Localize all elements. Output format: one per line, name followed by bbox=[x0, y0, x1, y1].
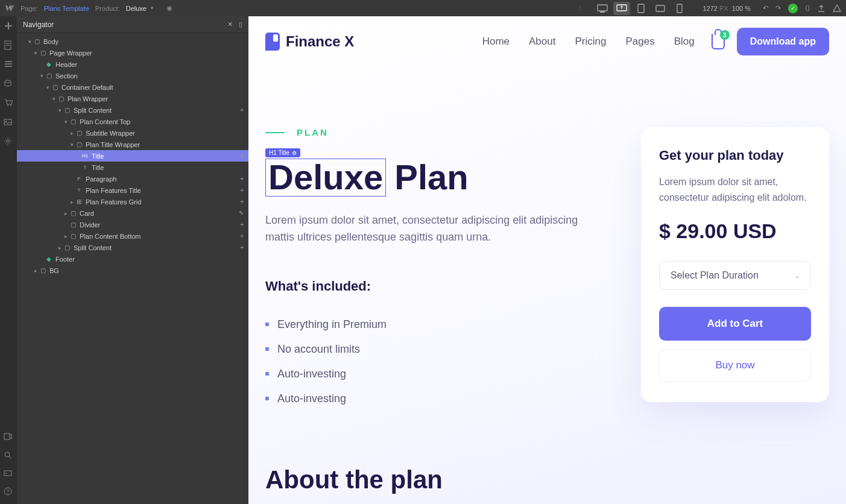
breakpoint-base[interactable] bbox=[613, 2, 630, 15]
canvas-width[interactable]: 1272 bbox=[702, 5, 717, 12]
tree-toggle-icon[interactable]: ▸ bbox=[63, 233, 69, 239]
tree-row[interactable]: TTitle bbox=[17, 162, 248, 173]
plan-title-suffix[interactable]: Plan bbox=[394, 159, 469, 196]
included-title[interactable]: What's included: bbox=[265, 279, 605, 294]
more-icon[interactable]: ⋮ bbox=[576, 4, 583, 12]
tree-toggle-icon[interactable]: ▾ bbox=[57, 107, 63, 113]
breakpoint-tablet[interactable] bbox=[633, 2, 649, 15]
help-icon[interactable]: ? bbox=[4, 487, 13, 497]
tree-toggle-icon[interactable]: ▾ bbox=[63, 119, 69, 125]
tree-toggle-icon[interactable]: ▸ bbox=[57, 245, 63, 251]
nav-link[interactable]: Pricing bbox=[575, 36, 606, 48]
tree-toggle-icon[interactable]: ▸ bbox=[33, 268, 39, 274]
tree-row[interactable]: ▾▢Container Default bbox=[17, 81, 248, 93]
audit-rail-icon[interactable] bbox=[4, 469, 13, 479]
cms-icon[interactable] bbox=[4, 79, 13, 89]
breakpoint-desktop[interactable] bbox=[594, 2, 611, 15]
tree-row[interactable]: PParagraph+ bbox=[17, 173, 248, 184]
video-icon[interactable] bbox=[4, 433, 13, 443]
tree-row[interactable]: ▸▢Split Content+ bbox=[17, 242, 248, 253]
breakpoint-mobile[interactable] bbox=[671, 2, 688, 15]
tree-indicator-icon[interactable]: + bbox=[240, 175, 244, 182]
tree-indicator-icon[interactable]: + bbox=[240, 221, 244, 228]
export-icon[interactable] bbox=[817, 4, 825, 13]
tree-row[interactable]: ▸⊞Plan Features Grid+ bbox=[17, 196, 248, 207]
tree-indicator-icon[interactable]: + bbox=[240, 244, 244, 251]
element-badge[interactable]: H1 Title ⚙ bbox=[265, 148, 300, 157]
feature-item[interactable]: Auto-investing bbox=[265, 362, 605, 386]
feature-item[interactable]: Auto-investing bbox=[265, 386, 605, 411]
code-icon[interactable]: ⟨⟩ bbox=[805, 4, 810, 12]
tree-row[interactable]: H1Title+ bbox=[17, 150, 248, 162]
tree-row[interactable]: ▾▢Plan Content Top bbox=[17, 116, 248, 127]
tree-row[interactable]: ▾▢Page Wrapper bbox=[17, 47, 248, 58]
navigator-pin-icon[interactable]: ▯ bbox=[239, 20, 242, 28]
nav-link[interactable]: Home bbox=[482, 36, 510, 48]
status-ok-icon[interactable]: ✓ bbox=[788, 4, 798, 13]
tree-toggle-icon[interactable]: ▾ bbox=[45, 84, 51, 90]
tree-toggle-icon[interactable]: ▸ bbox=[63, 210, 69, 216]
buy-now-button[interactable]: Buy now bbox=[659, 349, 811, 382]
breakpoint-mobile-landscape[interactable] bbox=[652, 2, 669, 15]
feature-item[interactable]: Everything in Premium bbox=[265, 312, 605, 337]
tree-indicator-icon[interactable]: ✎ bbox=[239, 210, 244, 216]
canvas[interactable]: Finance X HomeAboutPricingPagesBlog 3 Do… bbox=[248, 16, 846, 504]
feature-item[interactable]: No account limits bbox=[265, 337, 605, 362]
tree-label: Title bbox=[92, 164, 104, 171]
download-app-button[interactable]: Download app bbox=[737, 28, 829, 55]
tree-row[interactable]: ▾▢Section bbox=[17, 70, 248, 81]
add-element-icon[interactable] bbox=[4, 21, 13, 31]
plan-title-selected[interactable]: Deluxe bbox=[265, 159, 386, 197]
assets-icon[interactable] bbox=[4, 118, 13, 127]
plan-description[interactable]: Lorem ipsum dolor sit amet, consectetur … bbox=[265, 212, 591, 246]
page-name[interactable]: Plans Template bbox=[44, 5, 89, 12]
tree-row[interactable]: ▸▢BG bbox=[17, 265, 248, 276]
tree-indicator-icon[interactable]: + bbox=[240, 107, 244, 113]
zoom-level[interactable]: 100 % bbox=[732, 5, 751, 12]
nav-link[interactable]: Pages bbox=[625, 36, 654, 48]
cart-button[interactable]: 3 bbox=[712, 34, 725, 49]
add-to-cart-button[interactable]: Add to Cart bbox=[659, 307, 811, 341]
preview-icon[interactable]: ◉ bbox=[166, 4, 172, 12]
tree-row[interactable]: ▢Divider+ bbox=[17, 219, 248, 230]
tree-toggle-icon[interactable]: ▾ bbox=[51, 96, 57, 102]
navigator-close-icon[interactable]: ✕ bbox=[227, 20, 233, 28]
tree-indicator-icon[interactable]: + bbox=[240, 198, 244, 205]
duration-select[interactable]: Select Plan Duration ⌄ bbox=[659, 261, 811, 290]
tree-row[interactable]: ▸▢Card✎ bbox=[17, 207, 248, 219]
pages-icon[interactable] bbox=[4, 40, 13, 50]
webflow-logo-icon[interactable] bbox=[5, 4, 14, 13]
search-icon[interactable] bbox=[4, 451, 13, 461]
tree-toggle-icon[interactable]: ▾ bbox=[27, 39, 33, 45]
audit-icon[interactable] bbox=[833, 4, 841, 13]
tree-toggle-icon[interactable]: ▾ bbox=[33, 50, 39, 56]
tree-row[interactable]: ▾▢Plan Wrapper bbox=[17, 93, 248, 104]
redo-icon[interactable]: ↷ bbox=[775, 4, 781, 12]
tree-row[interactable]: ▾▢Body bbox=[17, 36, 248, 47]
tree-indicator-icon[interactable]: + bbox=[240, 153, 244, 159]
product-dropdown[interactable]: Deluxe ▼ bbox=[126, 5, 154, 12]
site-logo[interactable]: Finance X bbox=[265, 33, 354, 51]
tree-row[interactable]: ▸▢Subtitle Wrapper bbox=[17, 127, 248, 139]
tree-row[interactable]: ◆Footer bbox=[17, 253, 248, 265]
tree-row[interactable]: ◆Header bbox=[17, 58, 248, 70]
t-icon: T bbox=[81, 165, 89, 170]
tree-toggle-icon[interactable]: ▾ bbox=[69, 142, 75, 148]
settings-icon[interactable] bbox=[4, 137, 13, 146]
tree-indicator-icon[interactable]: + bbox=[240, 233, 244, 239]
nav-link[interactable]: About bbox=[529, 36, 555, 48]
ecommerce-icon[interactable] bbox=[4, 98, 13, 108]
tree-indicator-icon[interactable]: + bbox=[240, 187, 244, 194]
tree-toggle-icon[interactable]: ▸ bbox=[69, 199, 75, 205]
tree-toggle-icon[interactable]: ▸ bbox=[69, 130, 75, 136]
tree-toggle-icon[interactable]: ▾ bbox=[39, 73, 45, 79]
nav-link[interactable]: Blog bbox=[674, 36, 695, 48]
tree-row[interactable]: ▸▢Plan Content Bottom+ bbox=[17, 230, 248, 242]
about-title[interactable]: About the plan bbox=[265, 465, 605, 494]
tree-row[interactable]: ▾▢Plan Title Wrapper bbox=[17, 139, 248, 150]
navigator-icon[interactable] bbox=[4, 60, 13, 69]
undo-icon[interactable]: ↶ bbox=[763, 4, 768, 12]
gear-icon[interactable]: ⚙ bbox=[292, 150, 297, 156]
tree-row[interactable]: ▾▢Split Content+ bbox=[17, 104, 248, 116]
tree-row[interactable]: TPlan Features Title+ bbox=[17, 184, 248, 196]
